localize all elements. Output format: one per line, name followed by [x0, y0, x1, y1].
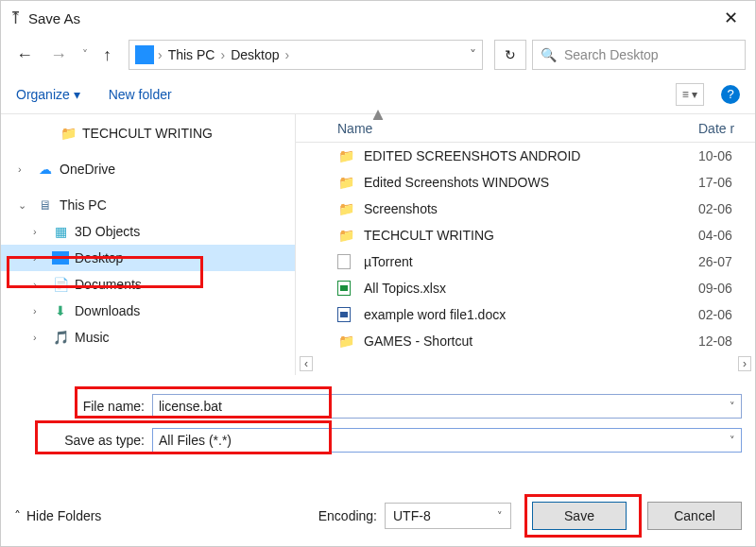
file-row[interactable]: 📁TECHCULT WRITING04-06: [296, 222, 755, 248]
scroll-left-icon[interactable]: ‹: [300, 356, 313, 371]
pc-icon: 🖥: [37, 197, 54, 213]
tree-item-music[interactable]: ›🎵 Music: [1, 324, 295, 350]
file-row[interactable]: 📁EDITED SCREENSHOTS ANDROID10-06: [296, 143, 755, 169]
col-name[interactable]: Name: [337, 121, 698, 136]
downloads-icon: ⬇: [52, 303, 69, 318]
tree-item-downloads[interactable]: ›⬇ Downloads: [1, 298, 295, 324]
xlsx-icon: [337, 281, 351, 296]
highlight-annotation: [7, 256, 203, 288]
bc-this-pc[interactable]: This PC: [164, 47, 219, 62]
history-chevron-icon[interactable]: ˅: [78, 48, 92, 61]
tree-item-onedrive[interactable]: ›☁ OneDrive: [1, 156, 295, 182]
file-date: 12-08: [698, 333, 755, 349]
tree-label: TECHCULT WRITING: [82, 126, 213, 141]
hide-folders-button[interactable]: ˄ Hide Folders: [14, 508, 101, 523]
nav-forward-icon[interactable]: →: [44, 42, 73, 69]
file-row[interactable]: µTorrent26-07: [296, 248, 755, 275]
folder-icon: 📁: [60, 126, 77, 141]
folder-icon: 📁: [337, 333, 354, 349]
view-options-button[interactable]: ≡ ▾: [676, 83, 704, 106]
file-row[interactable]: 📁Screenshots02-06: [296, 196, 755, 222]
file-row[interactable]: 📁Edited Screenshots WINDOWS17-06: [296, 169, 755, 196]
file-row[interactable]: All Topics.xlsx09-06: [296, 275, 755, 301]
file-row[interactable]: example word file1.docx02-06: [296, 301, 755, 328]
folder-icon: 📁: [337, 175, 354, 190]
file-row[interactable]: 📁GAMES - Shortcut12-08: [296, 328, 755, 354]
search-placeholder: Search Desktop: [564, 47, 659, 62]
highlight-annotation: [75, 386, 332, 419]
file-date: 04-06: [698, 228, 755, 243]
chevron-right-icon[interactable]: ›: [218, 47, 227, 62]
nav-up-icon[interactable]: ↑: [97, 42, 117, 69]
file-date: 09-06: [698, 281, 755, 296]
hide-folders-label: Hide Folders: [26, 508, 101, 523]
file-name: GAMES - Shortcut: [364, 333, 698, 349]
file-date: 17-06: [698, 175, 755, 190]
chevron-down-icon[interactable]: ˅: [730, 401, 735, 413]
expand-icon[interactable]: ›: [33, 305, 46, 316]
3d-objects-icon: ▦: [52, 224, 69, 239]
expand-icon[interactable]: ›: [33, 332, 46, 343]
file-name: Screenshots: [364, 201, 698, 216]
file-name: example word file1.docx: [364, 307, 698, 322]
folder-tree: 📁 TECHCULT WRITING ›☁ OneDrive ⌄🖥 This P…: [1, 114, 296, 375]
tree-label: OneDrive: [60, 162, 115, 177]
window-title: Save As: [28, 10, 714, 26]
file-name: Edited Screenshots WINDOWS: [364, 175, 698, 190]
breadcrumb[interactable]: › This PC › Desktop › ˅: [129, 40, 483, 70]
expand-icon[interactable]: ›: [33, 226, 46, 237]
expand-icon[interactable]: ›: [18, 163, 31, 175]
chevron-up-icon: ˄: [14, 508, 21, 523]
scroll-right-icon[interactable]: ›: [738, 356, 751, 371]
file-date: 02-06: [698, 201, 755, 216]
tree-item-3d-objects[interactable]: ›▦ 3D Objects: [1, 218, 295, 245]
folder-icon: 📁: [337, 228, 354, 243]
tree-label: This PC: [60, 197, 107, 213]
tree-label: Music: [75, 330, 110, 345]
music-icon: 🎵: [52, 330, 69, 345]
new-folder-button[interactable]: New folder: [109, 87, 172, 102]
tree-label: Downloads: [75, 303, 140, 318]
bc-desktop[interactable]: Desktop: [227, 47, 283, 62]
tree-item-this-pc[interactable]: ⌄🖥 This PC: [1, 192, 295, 218]
encoding-select[interactable]: UTF-8 ˅: [385, 503, 511, 529]
tree-item-techcult[interactable]: 📁 TECHCULT WRITING: [1, 120, 295, 146]
encoding-value: UTF-8: [393, 508, 431, 523]
highlight-annotation: [35, 420, 332, 454]
chevron-right-icon[interactable]: ›: [284, 47, 292, 62]
chevron-right-icon[interactable]: ›: [156, 47, 164, 62]
help-icon[interactable]: ?: [721, 85, 740, 104]
search-icon: 🔍: [541, 47, 557, 62]
search-input[interactable]: 🔍 Search Desktop: [532, 40, 746, 70]
file-list: Name Date r 📁EDITED SCREENSHOTS ANDROID1…: [296, 114, 755, 375]
file-date: 02-06: [698, 307, 755, 322]
file-date: 10-06: [698, 148, 755, 163]
close-icon[interactable]: ✕: [714, 4, 747, 32]
arrow-up-icon: ⤒: [9, 8, 23, 28]
cancel-button[interactable]: Cancel: [647, 502, 742, 530]
file-date: 26-07: [698, 254, 755, 269]
docx-icon: [337, 307, 351, 322]
collapse-icon[interactable]: ⌄: [18, 199, 31, 212]
save-button[interactable]: Save: [532, 502, 627, 530]
file-icon: [337, 254, 351, 269]
tree-label: 3D Objects: [75, 224, 140, 239]
file-name: µTorrent: [364, 254, 698, 269]
chevron-down-icon[interactable]: ˅: [730, 435, 735, 447]
organize-menu[interactable]: Organize ▾: [16, 87, 80, 102]
onedrive-icon: ☁: [37, 162, 54, 177]
file-name: TECHCULT WRITING: [364, 228, 698, 243]
chevron-down-icon[interactable]: ˅: [470, 47, 476, 62]
nav-back-icon[interactable]: ←: [10, 42, 39, 69]
file-name: EDITED SCREENSHOTS ANDROID: [364, 148, 698, 163]
chevron-down-icon[interactable]: ˅: [497, 510, 503, 522]
encoding-label: Encoding:: [318, 508, 377, 523]
refresh-button[interactable]: ↻: [494, 40, 526, 70]
folder-icon: 📁: [337, 201, 354, 216]
folder-icon: 📁: [337, 148, 354, 163]
col-date[interactable]: Date r: [698, 121, 755, 136]
file-name: All Topics.xlsx: [364, 281, 698, 296]
pc-icon: [135, 45, 154, 64]
